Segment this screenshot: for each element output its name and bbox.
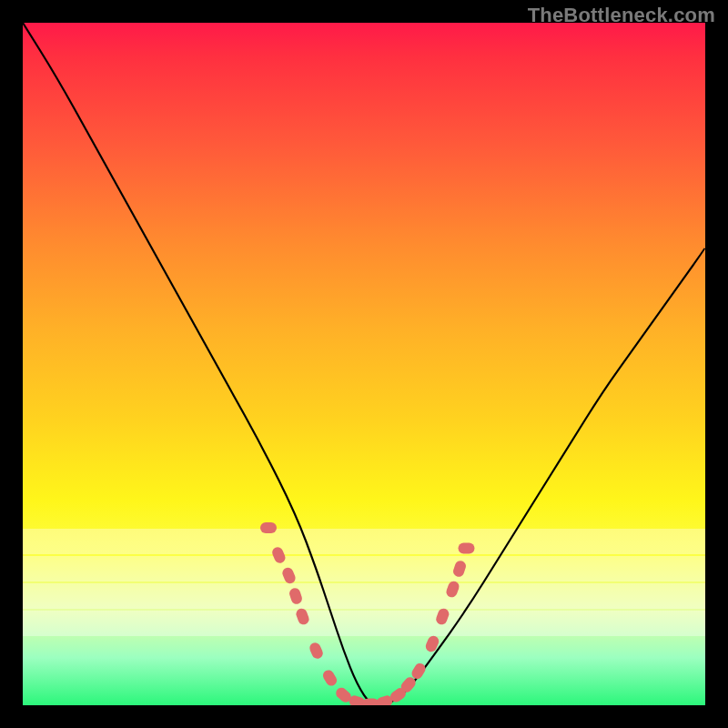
curve-marker (260, 522, 277, 533)
curve-marker (459, 543, 475, 554)
curve-marker (451, 560, 467, 579)
watermark-text: TheBottleneck.com (528, 4, 715, 27)
curve-marker (308, 641, 324, 660)
curve-svg (23, 23, 705, 705)
curve-marker (321, 668, 339, 688)
plot-area (23, 23, 705, 705)
curve-marker (270, 545, 287, 564)
curve-marker (295, 607, 311, 626)
curve-marker (445, 580, 460, 599)
curve-markers (260, 522, 475, 705)
curve-marker (281, 566, 298, 585)
curve-marker (288, 587, 303, 606)
bottleneck-curve (23, 23, 705, 705)
curve-marker (435, 607, 451, 626)
chart-frame: TheBottleneck.com (0, 0, 728, 728)
